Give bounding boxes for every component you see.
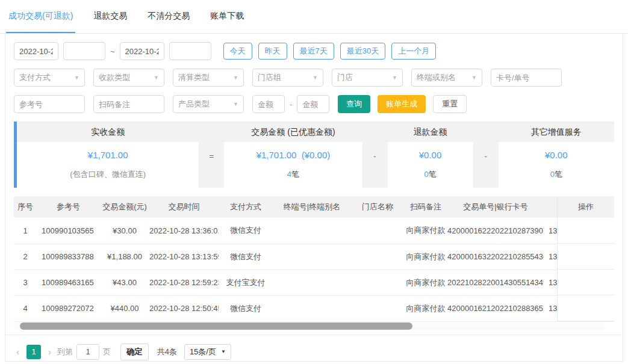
summary-value-added-title: 其它增值服务	[499, 122, 614, 142]
col-pay-method: 支付方式	[219, 196, 273, 218]
total-count-label: 共4条	[157, 347, 177, 357]
summary-value-added-value: ¥0.00	[499, 150, 614, 160]
horizontal-scrollbar-thumb[interactable]	[20, 322, 412, 330]
amount-max-input[interactable]	[297, 95, 329, 113]
tab-success-trades[interactable]: 成功交易(可退款)	[6, 0, 75, 33]
col-amount: 交易金额(元)	[100, 196, 149, 218]
chevron-down-icon: ▼	[471, 75, 477, 81]
transactions-table-zone: 序号 参考号 交易金额(元) 交易时间 支付方式 终端号|终端别名 门店名称 扫…	[14, 196, 614, 331]
page-1-button[interactable]: 1	[26, 345, 41, 359]
chevron-down-icon: ▼	[312, 75, 318, 81]
last-7-days-button[interactable]: 最近7天	[293, 43, 334, 60]
summary-received-amount: 实收金额 ¥1,701.00 (包含口碑、微信直连)	[17, 122, 199, 188]
start-time-input[interactable]	[63, 42, 105, 60]
horizontal-scrollbar-track[interactable]	[14, 322, 606, 331]
col-store-name: 门店名称	[351, 196, 404, 218]
query-button[interactable]: 查询	[338, 95, 370, 113]
date-filter-row: ~ 今天 昨天 最近7天 最近30天 上一个月	[14, 42, 614, 60]
summary-refund-value: ¥0.00	[388, 150, 473, 160]
summary-trade-amount: 交易金额 (已优惠金额) ¥1,701.00 (¥0.00) 4笔	[224, 122, 362, 188]
generate-bill-button[interactable]: 账单生成	[378, 95, 426, 113]
col-time: 交易时间	[149, 196, 219, 218]
store-group-select[interactable]: 门店组 ▼	[252, 69, 323, 87]
reset-button[interactable]: 重置	[433, 95, 467, 113]
date-range-separator: ~	[110, 47, 115, 56]
goto-page-label: 到第	[57, 347, 73, 357]
summary-trade-count: 4	[287, 170, 291, 179]
terminal-select[interactable]: 终端或别名 ▼	[411, 69, 482, 87]
tab-bill-download[interactable]: 账单下载	[208, 0, 246, 33]
product-type-select[interactable]: 产品类型 ▼	[173, 95, 244, 113]
today-button[interactable]: 今天	[223, 43, 252, 60]
tab-refund-trades[interactable]: 退款交易	[91, 0, 129, 33]
scan-note-input[interactable]	[93, 95, 164, 113]
operation-cell	[558, 295, 614, 321]
main-panel: ~ 今天 昨天 最近7天 最近30天 上一个月 支付方式 ▼ 收款类型 ▼ 清算…	[5, 34, 623, 362]
pay-method-select[interactable]: 支付方式 ▼	[14, 69, 85, 87]
tab-unsettled-trades[interactable]: 不清分交易	[145, 0, 192, 33]
col-ref-no: 参考号	[37, 196, 100, 218]
summary-accent-bar	[14, 122, 17, 188]
summary-received-value: ¥1,701.00	[17, 150, 199, 160]
tab-bar: 成功交易(可退款) 退款交易 不清分交易 账单下载	[0, 0, 628, 34]
goto-page-input[interactable]	[76, 344, 99, 360]
chevron-down-icon: ▼	[154, 75, 159, 81]
confirm-page-button[interactable]: 确定	[120, 344, 149, 360]
chevron-down-icon: ▼	[74, 75, 79, 81]
summary-received-title: 实收金额	[17, 122, 199, 142]
table-row[interactable]: 2100989833788 ¥1,188.002022-10-28 13:13:…	[14, 244, 614, 270]
operation-cell	[558, 244, 614, 270]
summary-refund-amount: 退款金额 ¥0.00 0笔	[388, 122, 473, 188]
amount-range-dash: -	[290, 100, 292, 109]
table-header-row: 序号 参考号 交易金额(元) 交易时间 支付方式 终端号|终端别名 门店名称 扫…	[14, 196, 614, 218]
pagination-bar: ‹ 1 › 到第 页 确定 共4条 15条/页 ▼	[5, 335, 623, 364]
store-select[interactable]: 门店 ▼	[332, 69, 403, 87]
last-month-button[interactable]: 上一个月	[391, 43, 436, 60]
summary-trade-title: 交易金额 (已优惠金额)	[224, 122, 362, 142]
select-filter-row: 支付方式 ▼ 收款类型 ▼ 清算类型 ▼ 门店组 ▼ 门店 ▼ 终端或别名 ▼	[14, 69, 614, 87]
operation-cell	[558, 218, 614, 244]
minus-operator: -	[473, 122, 499, 188]
minus-operator: -	[362, 122, 388, 188]
chevron-down-icon: ▼	[233, 101, 238, 107]
last-30-days-button[interactable]: 最近30天	[340, 43, 385, 60]
amount-min-input[interactable]	[252, 95, 285, 113]
transactions-table: 序号 参考号 交易金额(元) 交易时间 支付方式 终端号|终端别名 门店名称 扫…	[14, 196, 614, 322]
end-time-input[interactable]	[169, 42, 211, 60]
chevron-down-icon: ▼	[233, 75, 238, 81]
col-trade-no: 交易单号|银行卡号	[447, 196, 544, 218]
card-no-input[interactable]	[491, 69, 562, 87]
chevron-left-icon[interactable]: ‹	[14, 347, 22, 357]
settle-type-select[interactable]: 清算类型 ▼	[173, 69, 244, 87]
equals-operator: =	[199, 122, 224, 188]
table-row[interactable]: 4100989272072 ¥440.002022-10-28 12:50:45…	[14, 295, 614, 321]
yesterday-button[interactable]: 昨天	[258, 43, 287, 60]
ref-no-input[interactable]	[14, 95, 85, 113]
table-row[interactable]: 3100989463165 ¥43.002022-10-28 12:59:23 …	[14, 270, 614, 295]
summary-value-added-count: 0	[550, 170, 555, 179]
summary-refund-title: 退款金额	[388, 122, 473, 142]
chevron-right-icon[interactable]: ›	[46, 347, 54, 357]
summary-value-added: 其它增值服务 ¥0.00 0笔	[499, 122, 614, 188]
page-unit-label: 页	[103, 347, 111, 357]
col-terminal: 终端号|终端别名	[273, 196, 351, 218]
input-filter-row: 产品类型 ▼ - 查询 账单生成 重置	[14, 95, 614, 113]
summary-trade-discount: (¥0.00)	[302, 150, 331, 160]
col-operation: 操作	[558, 196, 614, 218]
summary-refund-count: 0	[424, 170, 428, 179]
page-size-select[interactable]: 15条/页 ▼	[184, 344, 231, 360]
start-date-input[interactable]	[14, 42, 58, 60]
filter-area: ~ 今天 昨天 最近7天 最近30天 上一个月 支付方式 ▼ 收款类型 ▼ 清算…	[5, 34, 623, 122]
summary-bar: 实收金额 ¥1,701.00 (包含口碑、微信直连) = 交易金额 (已优惠金额…	[14, 122, 614, 188]
table-row[interactable]: 1100990103565 ¥30.002022-10-28 13:36:01 …	[14, 218, 614, 244]
end-date-input[interactable]	[120, 42, 164, 60]
summary-received-note: (包含口碑、微信直连)	[17, 169, 199, 180]
receive-type-select[interactable]: 收款类型 ▼	[93, 69, 164, 87]
chevron-down-icon: ▼	[392, 75, 397, 81]
caret-down-icon: ▼	[221, 349, 226, 354]
operation-fixed-column: 操作	[557, 196, 614, 321]
col-seq: 序号	[14, 196, 37, 218]
summary-trade-value: ¥1,701.00	[256, 150, 297, 160]
table-scroll-area[interactable]: 序号 参考号 交易金额(元) 交易时间 支付方式 终端号|终端别名 门店名称 扫…	[14, 196, 614, 322]
operation-cell	[558, 270, 614, 295]
